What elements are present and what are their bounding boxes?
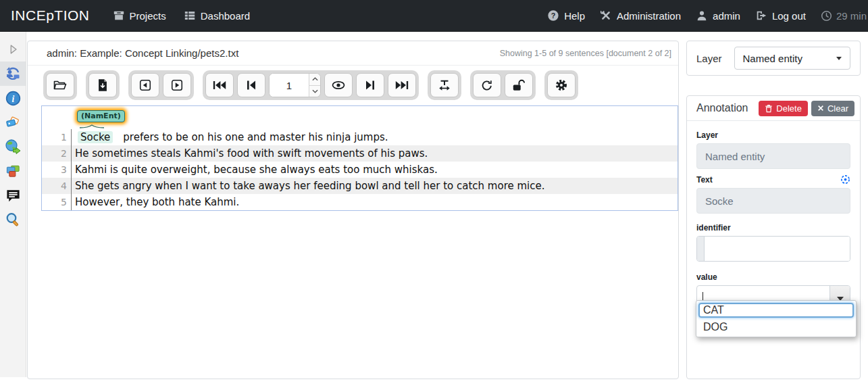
prev-document-icon <box>138 78 152 92</box>
file-export-icon <box>96 78 109 92</box>
sentence-text[interactable]: He sometimes steals Kahmi's food with sw… <box>71 145 428 162</box>
nav-logout[interactable]: Log out <box>755 9 806 22</box>
info-icon: i <box>5 91 21 106</box>
layer-panel-label: Layer <box>696 53 722 64</box>
next-document-button[interactable] <box>163 73 191 97</box>
prev-document-button[interactable] <box>131 73 159 97</box>
sentence-rest: prefers to be on his one and master his … <box>123 131 388 143</box>
annotation-browser-icon <box>5 66 21 82</box>
annotation-detail-body: Layer Named entity Text Socke identifier… <box>687 121 860 316</box>
identifier-prefix <box>697 237 705 261</box>
layer-select[interactable]: Named entity <box>734 47 850 70</box>
caret-down-icon <box>836 57 842 60</box>
comment-icon <box>5 188 21 203</box>
trash-icon <box>765 104 773 113</box>
annotation-detail-title: Annotation <box>696 102 759 114</box>
page-number-input[interactable] <box>270 74 309 97</box>
sentence-row: 2 He sometimes steals Kahmi's food with … <box>42 145 678 162</box>
tags-icon <box>5 115 21 130</box>
identifier-input[interactable] <box>705 237 850 261</box>
nav-dashboard-label: Dashboard <box>201 10 250 22</box>
sentence-text[interactable]: Sockeprefers to be on his one and master… <box>71 129 388 145</box>
text-field-label: Text <box>696 175 713 185</box>
close-icon <box>817 105 824 112</box>
sidebar-comments-button[interactable] <box>0 183 26 208</box>
nav-dashboard[interactable]: Dashboard <box>184 9 250 22</box>
document-panel: admin: Example: Concept Linking/pets2.tx… <box>27 41 679 379</box>
next-page-button[interactable] <box>356 73 384 97</box>
nav-logout-label: Log out <box>772 10 806 22</box>
sidebar-images-button[interactable] <box>0 159 26 183</box>
chevron-down-icon <box>312 89 318 93</box>
sidebar-search-button[interactable] <box>0 208 26 232</box>
sentence-text[interactable]: She gets angry when I want to take aways… <box>71 178 545 194</box>
sentence-text[interactable]: However, they both hate Kahmi. <box>71 194 239 210</box>
open-document-button[interactable] <box>46 73 74 97</box>
visibility-button[interactable] <box>324 73 353 97</box>
top-navbar: INCEpTION Projects Dashboard ? Help Admi… <box>0 0 868 32</box>
archive-icon <box>113 9 125 22</box>
line-number: 4 <box>42 178 71 194</box>
sidebar-info-button[interactable]: i <box>0 86 26 110</box>
nav-help-label: Help <box>564 10 585 22</box>
prev-page-button[interactable] <box>237 73 265 97</box>
line-number: 5 <box>42 194 71 210</box>
sentence-row: 4 She gets angry when I want to take awa… <box>42 178 678 194</box>
list-icon <box>184 9 196 22</box>
lock-button[interactable] <box>505 73 533 97</box>
nav-user[interactable]: admin <box>696 9 740 22</box>
layer-field-label: Layer <box>696 130 850 140</box>
nav-help[interactable]: ? Help <box>547 9 585 22</box>
fit-text-width-button[interactable] <box>430 73 459 97</box>
identifier-field-label: identifier <box>696 223 850 233</box>
app-logo[interactable]: INCEpTION <box>11 7 90 24</box>
annotation-chip[interactable]: (NamEnt) <box>77 110 125 122</box>
nav-projects-label: Projects <box>130 10 166 22</box>
nav-administration[interactable]: Administration <box>600 9 681 22</box>
sentence-row: 3 Kahmi is quite overweight, because she… <box>42 162 678 178</box>
first-page-icon <box>212 79 227 91</box>
nav-user-label: admin <box>713 10 740 22</box>
layer-select-value: Named entity <box>743 53 802 64</box>
export-document-button[interactable] <box>88 73 117 97</box>
delete-button-label: Delete <box>776 103 802 114</box>
value-field-label: value <box>696 272 850 282</box>
clear-annotation-button[interactable]: Clear <box>811 101 854 116</box>
sidebar-expand-button[interactable] <box>0 37 26 62</box>
delete-annotation-button[interactable]: Delete <box>759 101 808 116</box>
image-layers-icon <box>5 164 21 179</box>
last-page-icon <box>394 79 409 91</box>
settings-button[interactable] <box>547 73 576 97</box>
annotation-detail-header: Annotation Delete Clear <box>687 96 860 121</box>
annotation-toolbar <box>28 66 678 98</box>
clear-button-label: Clear <box>827 103 848 114</box>
refresh-button[interactable] <box>473 73 501 97</box>
sign-out-icon <box>755 9 767 22</box>
sidebar-concept-linking-button[interactable] <box>0 135 26 159</box>
dropdown-option-cat[interactable]: CAT <box>698 303 854 318</box>
search-icon <box>5 212 21 228</box>
recycle-icon <box>480 78 494 92</box>
sidebar-annotation-browser-button[interactable] <box>0 62 26 86</box>
dropdown-option-dog[interactable]: DOG <box>698 320 854 335</box>
text-field-label-row: Text <box>696 174 850 185</box>
next-document-icon <box>170 78 184 92</box>
annotation-text-area[interactable]: (NamEnt) 1 Sockeprefers to be on his one… <box>41 105 678 211</box>
layer-field-value: Named entity <box>696 143 850 169</box>
page-spinner-down[interactable] <box>309 85 320 97</box>
sentence-text[interactable]: Kahmi is quite overweight, because she a… <box>71 162 438 178</box>
line-number: 2 <box>42 145 71 162</box>
session-timer-label: 29 min <box>836 10 867 22</box>
eye-icon <box>331 79 346 91</box>
last-page-button[interactable] <box>388 73 416 97</box>
user-icon <box>696 9 708 22</box>
goto-annotation-icon[interactable] <box>840 174 850 185</box>
annotated-token[interactable]: Socke <box>78 131 113 143</box>
text-width-icon <box>438 78 451 92</box>
page-spinner-up[interactable] <box>309 74 320 85</box>
sidebar-tagsets-button[interactable] <box>0 110 26 135</box>
gear-icon <box>555 78 568 92</box>
nav-projects[interactable]: Projects <box>113 9 166 22</box>
first-page-button[interactable] <box>205 73 234 97</box>
sentence-row: 1 Sockeprefers to be on his one and mast… <box>42 129 678 145</box>
